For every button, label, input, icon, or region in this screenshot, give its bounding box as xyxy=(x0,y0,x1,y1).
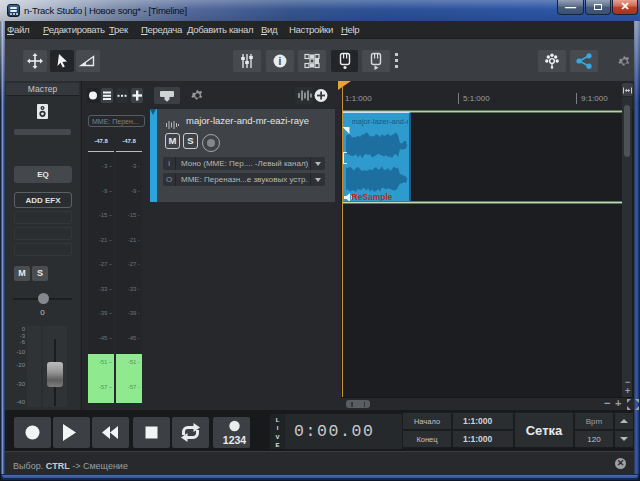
svg-text:i: i xyxy=(279,56,282,67)
svg-text:1234: 1234 xyxy=(223,434,247,446)
